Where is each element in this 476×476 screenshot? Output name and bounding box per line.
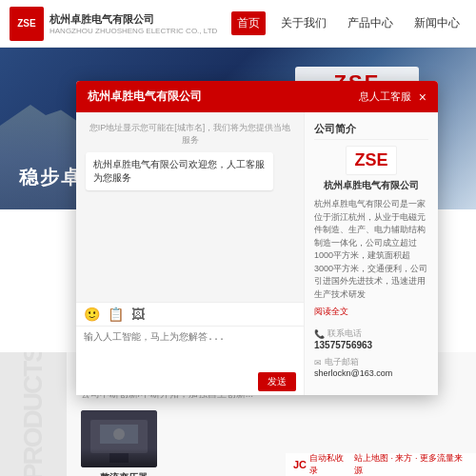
- svg-point-4: [113, 428, 125, 440]
- logo-icon: ZSE: [10, 7, 44, 41]
- chat-left-panel: 您IP地址显示您可能在[城市名]，我们将为您提供当地服务 杭州卓胜电气有限公司欢…: [76, 112, 305, 395]
- logo-en: HANGZHOU ZHUOSHENG ELECTRIC CO., LTD: [50, 27, 217, 35]
- company-logo-area: ZSE 杭州卓胜电气有限公司: [314, 146, 428, 192]
- nav-about[interactable]: 关于我们: [275, 11, 332, 35]
- main-nav: 首页 关于我们 产品中心 新闻中心 案例展示: [231, 11, 476, 35]
- email-value: sherlockn@163.com: [314, 368, 428, 378]
- ai-service-label[interactable]: 息人工客服: [359, 89, 411, 104]
- file-icon[interactable]: 📋: [108, 307, 124, 322]
- products-label-left: PRODUCTS: [0, 352, 67, 476]
- chat-messages-area: 您IP地址显示您可能在[城市名]，我们将为您提供当地服务 杭州卓胜电气有限公司欢…: [76, 112, 304, 302]
- phone-icon: 📞: [314, 329, 325, 339]
- svg-rect-3: [109, 453, 129, 463]
- chat-input-area: 🙂 📋 🖼 发送: [76, 302, 304, 395]
- chat-message-info: 您IP地址显示您可能在[城市名]，我们将为您提供当地服务: [86, 122, 294, 147]
- email-contact: ✉ 电子邮箱 sherlockn@163.com: [314, 356, 428, 378]
- chat-modal-title: 杭州卓胜电气有限公司: [88, 89, 202, 105]
- jc-logo: JC: [293, 459, 307, 470]
- chat-send-button[interactable]: 发送: [258, 372, 296, 391]
- company-info-section: 公司简介 ZSE 杭州卓胜电气有限公司 杭州卓胜电气有限公司是一家位于浙江杭州，…: [314, 122, 428, 318]
- image-icon[interactable]: 🖼: [131, 307, 145, 322]
- company-section-title: 公司简介: [314, 122, 428, 140]
- nav-products[interactable]: 产品中心: [342, 11, 399, 35]
- contact-section: 📞 联系电话 13575756963 ✉ 电子邮箱 sherlockn@163.…: [314, 327, 428, 378]
- logo-text: 杭州卓胜电气有限公司 HANGZHOU ZHUOSHENG ELECTRIC C…: [50, 12, 217, 35]
- chat-modal: 杭州卓胜电气有限公司 息人工客服 × 您IP地址显示您可能在[城市名]，我们将为…: [76, 81, 438, 395]
- email-label: ✉ 电子邮箱: [314, 356, 428, 368]
- nav-home[interactable]: 首页: [231, 11, 266, 35]
- read-more-link[interactable]: 阅读全文: [314, 307, 348, 316]
- company-name-right: 杭州卓胜电气有限公司: [324, 179, 419, 192]
- chat-close-button[interactable]: ×: [419, 89, 426, 105]
- chat-modal-header-right: 息人工客服 ×: [359, 89, 426, 105]
- bottom-bar: JC 自动私收录 站上地图 · 来方 · 更多流量来源: [286, 453, 476, 476]
- bottom-bar-subtext: 站上地图 · 来方 · 更多流量来源: [354, 452, 468, 476]
- phone-value: 13575756963: [314, 340, 428, 350]
- phone-contact: 📞 联系电话 13575756963: [314, 327, 428, 350]
- logo-cn: 杭州卓胜电气有限公司: [50, 12, 217, 27]
- products-vertical-label: PRODUCTS: [18, 352, 49, 476]
- bottom-bar-text-label: 自动私收录: [309, 452, 351, 476]
- product-card-name: 整流变压器: [81, 471, 167, 476]
- chat-modal-header: 杭州卓胜电气有限公司 息人工客服 ×: [76, 81, 438, 112]
- company-logo-box: ZSE: [346, 146, 396, 175]
- chat-send-row: 发送: [76, 368, 304, 395]
- phone-label: 📞 联系电话: [314, 327, 428, 340]
- chat-input[interactable]: [76, 327, 304, 365]
- chat-body: 您IP地址显示您可能在[城市名]，我们将为您提供当地服务 杭州卓胜电气有限公司欢…: [76, 112, 438, 395]
- emoji-icon[interactable]: 🙂: [84, 307, 100, 322]
- chat-right-panel: 公司简介 ZSE 杭州卓胜电气有限公司 杭州卓胜电气有限公司是一家位于浙江杭州，…: [305, 112, 438, 395]
- product-card-image: [81, 410, 157, 467]
- nav-news[interactable]: 新闻中心: [408, 11, 466, 35]
- email-icon: ✉: [314, 358, 322, 367]
- chat-toolbar: 🙂 📋 🖼: [76, 303, 304, 327]
- bottom-bar-content: JC 自动私收录 站上地图 · 来方 · 更多流量来源: [293, 452, 468, 476]
- company-desc: 杭州卓胜电气有限公司是一家位于浙江杭州，从业于电磁元件制造、生产、电力辅助结构制…: [314, 198, 428, 301]
- logo-area: ZSE 杭州卓胜电气有限公司 HANGZHOU ZHUOSHENG ELECTR…: [10, 7, 217, 41]
- company-logo-zse: ZSE: [354, 150, 387, 170]
- site-header: ZSE 杭州卓胜电气有限公司 HANGZHOU ZHUOSHENG ELECTR…: [0, 0, 476, 48]
- chat-message-bubble: 杭州卓胜电气有限公司欢迎您，人工客服为您服务: [86, 152, 273, 190]
- product-card[interactable]: 整流变压器: [81, 410, 167, 476]
